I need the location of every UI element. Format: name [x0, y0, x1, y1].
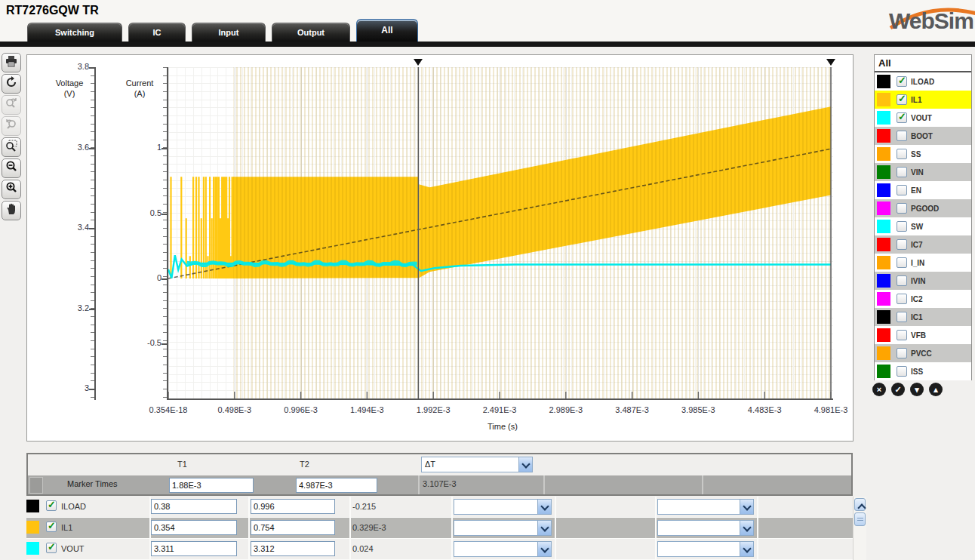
vout-t2-value-input[interactable]: [251, 541, 335, 556]
legend-checkbox-pvcc[interactable]: [897, 348, 907, 358]
legend-checkbox-vout[interactable]: ✓: [897, 112, 907, 123]
select-button[interactable]: [740, 542, 753, 556]
print-button[interactable]: [2, 53, 21, 72]
tab-ic[interactable]: IC: [128, 23, 186, 42]
select-button[interactable]: [537, 542, 551, 556]
legend-checkbox-vin[interactable]: [897, 167, 907, 177]
legend-checkbox-i_in[interactable]: [897, 257, 907, 268]
legend-checkbox-ic1[interactable]: [897, 312, 907, 322]
legend-item-ivin[interactable]: IVIN: [875, 272, 971, 290]
delta-t-select-button[interactable]: [518, 457, 532, 472]
legend-item-ic7[interactable]: IC7: [875, 235, 971, 254]
pan-button[interactable]: [2, 201, 21, 220]
il1-measure-select-2[interactable]: [657, 520, 754, 536]
signal-checkbox-il1[interactable]: ✓: [46, 522, 57, 532]
page-title: RT7276GQW TR: [6, 4, 99, 17]
legend-checkbox-boot[interactable]: [897, 131, 907, 141]
iload-measure-select-2[interactable]: [657, 499, 754, 515]
select-all-button[interactable]: ✓: [891, 383, 905, 396]
legend-checkbox-iload[interactable]: ✓: [897, 76, 907, 87]
t2-time-input[interactable]: [296, 478, 377, 493]
time-tick-8: 3.985E-3: [666, 405, 730, 414]
move-up-button[interactable]: ▴: [929, 383, 943, 396]
signal-row-iload: ✓ILOAD-0.215: [26, 497, 853, 518]
il1-measure-select-1[interactable]: [454, 520, 552, 536]
voltage-axis-title: Voltage (V): [41, 78, 98, 99]
legend-item-ic2[interactable]: IC2: [875, 290, 971, 308]
legend-item-en[interactable]: EN: [875, 181, 971, 199]
move-down-button[interactable]: ▾: [910, 383, 924, 396]
zoom-region-button[interactable]: [2, 137, 21, 157]
tab-switching[interactable]: Switching: [27, 23, 122, 42]
delta-t-select[interactable]: ΔT: [421, 457, 533, 472]
delta-value: -0.215: [352, 502, 376, 511]
select-button[interactable]: [537, 521, 551, 535]
legend-item-pvcc[interactable]: PVCC: [875, 344, 971, 362]
voltage-tickmark: [89, 67, 95, 69]
chevron-down-icon: [743, 544, 751, 552]
legend-item-ss[interactable]: SS: [875, 145, 971, 163]
legend-item-vout[interactable]: ✓VOUT: [875, 109, 971, 127]
legend-checkbox-ic7[interactable]: [897, 239, 907, 250]
signal-checkbox-iload[interactable]: ✓: [46, 500, 57, 511]
il1-t1-value-input[interactable]: [151, 520, 237, 535]
legend-item-il1[interactable]: ✓IL1: [875, 91, 971, 109]
t1-time-input[interactable]: [169, 478, 254, 493]
legend-checkbox-ss[interactable]: [897, 149, 907, 159]
legend-checkbox-sw[interactable]: [897, 221, 907, 232]
voltage-tick-3.2: 3.2: [57, 303, 89, 312]
legend-item-i_in[interactable]: I_IN: [875, 254, 971, 272]
signal-swatch: [26, 521, 39, 534]
current-tickmark: [161, 343, 168, 345]
time-tick-6: 2.989E-3: [534, 405, 598, 414]
legend-checkbox-ivin[interactable]: [897, 275, 907, 286]
select-button[interactable]: [537, 500, 551, 514]
tab-input[interactable]: Input: [192, 23, 266, 42]
deselect-all-button[interactable]: ×: [872, 383, 886, 396]
legend-item-boot[interactable]: BOOT: [875, 127, 971, 145]
zoom-in-button[interactable]: [2, 180, 21, 199]
legend-item-iss[interactable]: ISS: [875, 362, 971, 380]
tab-all[interactable]: All: [356, 19, 418, 42]
signal-checkbox-vout[interactable]: ✓: [46, 543, 57, 553]
legend-swatch: [877, 220, 890, 233]
tab-output[interactable]: Output: [272, 23, 350, 42]
legend-item-pgood[interactable]: PGOOD: [875, 199, 971, 217]
zoom-in-icon: [5, 182, 17, 197]
vout-measure-select-2[interactable]: [657, 541, 754, 557]
legend-item-iload[interactable]: ✓ILOAD: [875, 72, 971, 91]
websim-logo: WebSim: [887, 2, 975, 37]
legend-checkbox-vfb[interactable]: [897, 330, 907, 340]
legend-item-vin[interactable]: VIN: [875, 163, 971, 181]
plot-area[interactable]: [168, 67, 833, 398]
legend-item-vfb[interactable]: VFB: [875, 326, 971, 344]
iload-t2-value-input[interactable]: [251, 499, 335, 514]
legend-item-sw[interactable]: SW: [875, 217, 971, 235]
signal-swatch: [26, 542, 39, 555]
iload-measure-select-1[interactable]: [454, 499, 552, 515]
legend-swatch: [877, 147, 890, 161]
legend-item-ic1[interactable]: IC1: [875, 308, 971, 326]
legend-checkbox-pgood[interactable]: [897, 203, 907, 214]
legend-checkbox-ic2[interactable]: [897, 294, 907, 304]
check-icon: ✓: [48, 520, 56, 531]
vout-measure-select-1[interactable]: [454, 541, 552, 557]
refresh-button[interactable]: [2, 74, 21, 94]
signal-label: IL1: [61, 523, 72, 532]
scroll-up-button[interactable]: [854, 498, 866, 511]
zoom-out-button[interactable]: [2, 158, 21, 178]
legend-checkbox-il1[interactable]: ✓: [897, 94, 907, 105]
table-scrollbar[interactable]: [853, 497, 866, 560]
vout-t1-value-input[interactable]: [151, 541, 237, 556]
select-button[interactable]: [740, 500, 753, 514]
legend-checkbox-iss[interactable]: [897, 366, 907, 377]
cursor-handle-t2[interactable]: [826, 59, 835, 66]
il1-t2-value-input[interactable]: [251, 520, 335, 535]
cursor-handle-t1[interactable]: [414, 59, 423, 66]
iload-t1-value-input[interactable]: [151, 499, 237, 514]
select-button[interactable]: [740, 521, 753, 535]
voltage-tick-3.6: 3.6: [57, 143, 89, 152]
scrollbar-thumb[interactable]: [854, 512, 866, 526]
legend-checkbox-en[interactable]: [897, 185, 907, 195]
legend-swatch: [877, 274, 890, 288]
